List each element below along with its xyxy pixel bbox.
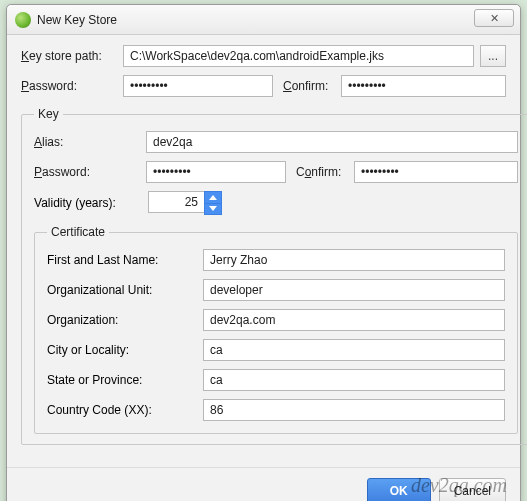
organization-input[interactable]: [203, 309, 505, 331]
password-input[interactable]: [123, 75, 273, 97]
first-last-input[interactable]: [203, 249, 505, 271]
svg-marker-1: [209, 206, 217, 211]
legend-certificate: Certificate: [47, 225, 109, 239]
label-key-confirm: Confirm:: [292, 165, 348, 179]
row-password: Password: Confirm:: [21, 75, 506, 97]
row-state: State or Province:: [47, 369, 505, 391]
validity-spinner[interactable]: [148, 191, 222, 215]
label-state: State or Province:: [47, 373, 195, 387]
key-store-path-input[interactable]: [123, 45, 474, 67]
fieldset-key: Key Alias: Password: Confirm: Validity (…: [21, 107, 527, 445]
spinner-down[interactable]: [205, 204, 221, 215]
key-password-input[interactable]: [146, 161, 286, 183]
fieldset-certificate: Certificate First and Last Name: Organiz…: [34, 225, 518, 434]
ok-button[interactable]: OK: [367, 478, 431, 501]
dialog-new-key-store: New Key Store ✕ Key store path: ... Pass…: [6, 4, 521, 501]
label-city: City or Locality:: [47, 343, 195, 357]
city-input[interactable]: [203, 339, 505, 361]
label-first-last: First and Last Name:: [47, 253, 195, 267]
legend-key: Key: [34, 107, 63, 121]
label-key-store-path: Key store path:: [21, 49, 117, 63]
row-validity: Validity (years):: [34, 191, 518, 215]
org-unit-input[interactable]: [203, 279, 505, 301]
label-confirm: Confirm:: [279, 79, 335, 93]
label-org-unit: Organizational Unit:: [47, 283, 195, 297]
label-validity: Validity (years):: [34, 196, 140, 210]
alias-input[interactable]: [146, 131, 518, 153]
row-first-last: First and Last Name:: [47, 249, 505, 271]
label-alias: Alias:: [34, 135, 140, 149]
dialog-footer: OK Cancel: [7, 467, 520, 501]
state-input[interactable]: [203, 369, 505, 391]
row-key-store-path: Key store path: ...: [21, 45, 506, 67]
row-country-code: Country Code (XX):: [47, 399, 505, 421]
ellipsis-icon: ...: [488, 49, 498, 63]
close-button[interactable]: ✕: [474, 9, 514, 27]
cancel-button[interactable]: Cancel: [439, 478, 506, 501]
country-code-input[interactable]: [203, 399, 505, 421]
row-org-unit: Organizational Unit:: [47, 279, 505, 301]
svg-marker-0: [209, 195, 217, 200]
label-country-code: Country Code (XX):: [47, 403, 195, 417]
row-key-password: Password: Confirm:: [34, 161, 518, 183]
window-title: New Key Store: [37, 13, 117, 27]
row-organization: Organization:: [47, 309, 505, 331]
row-city: City or Locality:: [47, 339, 505, 361]
dialog-content: Key store path: ... Password: Confirm: K…: [7, 35, 520, 459]
label-password: Password:: [21, 79, 117, 93]
spinner-arrows: [204, 191, 222, 215]
label-organization: Organization:: [47, 313, 195, 327]
close-icon: ✕: [490, 12, 499, 25]
validity-input[interactable]: [148, 191, 204, 213]
row-alias: Alias:: [34, 131, 518, 153]
key-confirm-input[interactable]: [354, 161, 518, 183]
titlebar: New Key Store ✕: [7, 5, 520, 35]
browse-button[interactable]: ...: [480, 45, 506, 67]
android-studio-icon: [15, 12, 31, 28]
spinner-up[interactable]: [205, 192, 221, 204]
confirm-input[interactable]: [341, 75, 506, 97]
label-key-password: Password:: [34, 165, 140, 179]
